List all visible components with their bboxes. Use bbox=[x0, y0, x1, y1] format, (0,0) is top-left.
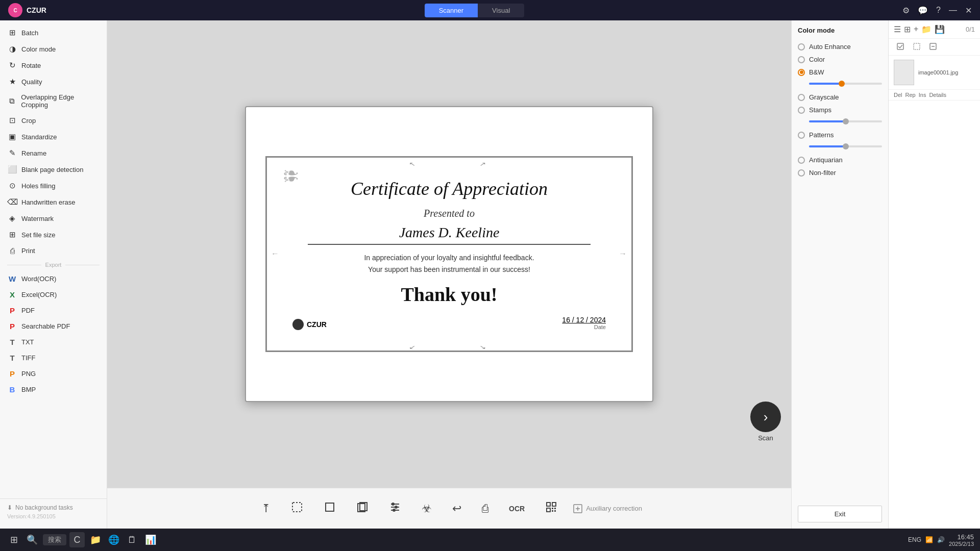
list-view-icon[interactable]: ☰ bbox=[894, 24, 901, 34]
qr-icon bbox=[545, 501, 557, 516]
sidebar-label-rotate: Rotate bbox=[21, 62, 41, 69]
minimize-icon[interactable]: — bbox=[949, 6, 957, 15]
sidebar-item-pdf[interactable]: P PDF bbox=[0, 303, 107, 318]
file-ins-btn[interactable]: Ins bbox=[919, 92, 926, 98]
color-option-non-filter[interactable]: Non-filter bbox=[798, 166, 882, 179]
toolbar-adjust-btn[interactable]: ⤒ bbox=[256, 499, 276, 518]
file-rep-btn[interactable]: Rep bbox=[905, 92, 916, 98]
tab-visual[interactable]: Visual bbox=[478, 4, 524, 17]
sidebar-item-excel[interactable]: X Excel(OCR) bbox=[0, 287, 107, 303]
patterns-slider-thumb[interactable] bbox=[843, 143, 849, 149]
fp-tab-checkmark[interactable] bbox=[894, 42, 907, 52]
color-option-grayscale[interactable]: Grayscale bbox=[798, 91, 882, 104]
color-option-antiquarian[interactable]: Antiquarian bbox=[798, 154, 882, 166]
sidebar-item-png[interactable]: P PNG bbox=[0, 366, 107, 382]
sidebar-label-bmp: BMP bbox=[21, 386, 36, 393]
svg-text:→: → bbox=[619, 251, 627, 257]
sidebar-label-standardize: Standardize bbox=[21, 133, 57, 141]
sidebar-item-tiff[interactable]: T TIFF bbox=[0, 350, 107, 366]
toolbar-print-btn[interactable]: ⎙ bbox=[477, 499, 494, 518]
sidebar-item-batch[interactable]: ⊞ Batch bbox=[0, 24, 107, 41]
bw-slider-thumb[interactable] bbox=[839, 81, 845, 87]
overlapping-icon: ⧉ bbox=[7, 96, 17, 106]
toolbar-undo-btn[interactable]: ↩ bbox=[447, 499, 467, 518]
open-folder-icon[interactable]: 📁 bbox=[921, 24, 932, 34]
taskbar-app2[interactable]: 📊 bbox=[143, 532, 158, 547]
sidebar-item-txt[interactable]: T TXT bbox=[0, 334, 107, 350]
sidebar-item-quality[interactable]: ★ Quality bbox=[0, 73, 107, 90]
sidebar-item-rename[interactable]: ✎ Rename bbox=[0, 145, 107, 161]
tab-scanner[interactable]: Scanner bbox=[425, 4, 478, 17]
exit-button[interactable]: Exit bbox=[798, 506, 882, 522]
file-panel-action-tabs bbox=[889, 39, 980, 56]
sidebar-item-color-mode[interactable]: ◑ Color mode bbox=[0, 41, 107, 57]
fp-tab-select-area[interactable] bbox=[910, 42, 923, 52]
taskbar-file-explorer[interactable]: 📁 bbox=[88, 532, 103, 547]
svg-text:←: ← bbox=[271, 251, 279, 257]
toolbar-multipage-btn[interactable] bbox=[351, 498, 374, 519]
color-option-color[interactable]: Color bbox=[798, 53, 882, 66]
sidebar-item-searchable-pdf[interactable]: P Searchable PDF bbox=[0, 318, 107, 334]
taskbar-browser[interactable]: 🌐 bbox=[106, 532, 121, 547]
taskbar-search-box[interactable]: 搜索 bbox=[43, 534, 66, 545]
file-count: 0/1 bbox=[966, 26, 975, 33]
label-non-filter: Non-filter bbox=[809, 169, 836, 177]
sidebar-item-watermark[interactable]: ◈ Watermark bbox=[0, 210, 107, 227]
color-option-bw[interactable]: B&W bbox=[798, 66, 882, 79]
cert-thanks: Thank you! bbox=[292, 283, 606, 306]
grid-view-icon[interactable]: ⊞ bbox=[904, 24, 911, 34]
sidebar-item-word[interactable]: W Word(OCR) bbox=[0, 271, 107, 287]
color-option-patterns[interactable]: Patterns bbox=[798, 129, 882, 141]
sidebar-item-file-size[interactable]: ⊞ Set file size bbox=[0, 227, 107, 243]
taskbar-search-icon[interactable]: 🔍 bbox=[24, 532, 40, 547]
sidebar-item-rotate[interactable]: ↻ Rotate bbox=[0, 57, 107, 73]
main-layout: ⊞ Batch ◑ Color mode ↻ Rotate ★ Quality … bbox=[0, 20, 980, 529]
svg-rect-25 bbox=[547, 509, 550, 511]
sidebar-item-bmp[interactable]: B BMP bbox=[0, 382, 107, 397]
stamps-slider-fill bbox=[809, 120, 846, 122]
color-option-stamps[interactable]: Stamps bbox=[798, 104, 882, 116]
file-details-btn[interactable]: Details bbox=[929, 92, 946, 98]
standardize-icon: ▣ bbox=[7, 132, 17, 141]
add-file-icon[interactable]: + bbox=[914, 24, 918, 34]
sidebar-item-standardize[interactable]: ▣ Standardize bbox=[0, 129, 107, 145]
select-icon bbox=[291, 501, 303, 516]
scan-area: › Scan bbox=[750, 402, 781, 442]
cert-date: 16 / 12 / 2024 Date bbox=[562, 316, 606, 330]
stamps-slider-thumb[interactable] bbox=[843, 118, 849, 124]
save-icon[interactable]: 💾 bbox=[935, 24, 945, 34]
toolbar-crop-btn[interactable] bbox=[318, 498, 341, 519]
fp-tab-settings2[interactable] bbox=[926, 42, 940, 52]
settings-icon[interactable]: ⚙ bbox=[902, 6, 910, 15]
toolbar-ocr-btn[interactable]: OCR bbox=[504, 502, 530, 516]
toolbar-select-btn[interactable] bbox=[286, 498, 308, 519]
close-icon[interactable]: ✕ bbox=[965, 6, 972, 15]
taskbar-czur-app[interactable]: C bbox=[69, 532, 85, 547]
cert-body: In appreciation of your loyalty and insi… bbox=[292, 252, 606, 275]
stamps-slider-track bbox=[809, 120, 882, 122]
windows-start-icon[interactable]: ⊞ bbox=[6, 532, 21, 547]
taskbar-app1[interactable]: 🗒 bbox=[125, 532, 140, 547]
help-icon[interactable]: ? bbox=[936, 6, 941, 15]
auxiliary-correction[interactable]: Auxiliary correction bbox=[573, 504, 642, 514]
chat-icon[interactable]: 💬 bbox=[918, 6, 928, 15]
sidebar-item-crop[interactable]: ⊡ Crop bbox=[0, 112, 107, 129]
tiff-icon: T bbox=[7, 354, 17, 362]
sidebar-item-blank-detect[interactable]: ⬜ Blank page detection bbox=[0, 161, 107, 178]
color-option-auto-enhance[interactable]: Auto Enhance bbox=[798, 40, 882, 53]
sidebar-item-holes-fill[interactable]: ⊙ Holes filling bbox=[0, 178, 107, 194]
sidebar-item-overlapping[interactable]: ⧉ Overlapping Edge Cropping bbox=[0, 90, 107, 112]
sidebar-item-handwrite[interactable]: ⌫ Handwritten erase bbox=[0, 194, 107, 210]
file-item-1[interactable]: image00001.jpg bbox=[889, 56, 980, 90]
sidebar-item-print[interactable]: ⎙ Print bbox=[0, 243, 107, 259]
toolbar-biohazard-btn[interactable]: ☣ bbox=[416, 499, 437, 518]
sidebar-label-quality: Quality bbox=[21, 78, 42, 86]
file-del-btn[interactable]: Del bbox=[894, 92, 902, 98]
toolbar-qr-btn[interactable] bbox=[540, 498, 562, 519]
radio-stamps bbox=[798, 107, 805, 114]
bottom-toolbar: ⤒ bbox=[107, 488, 791, 529]
radio-patterns bbox=[798, 132, 805, 139]
toolbar-sliders-btn[interactable] bbox=[384, 498, 406, 519]
scan-button[interactable]: › bbox=[750, 402, 781, 432]
sidebar-label-png: PNG bbox=[21, 370, 36, 378]
